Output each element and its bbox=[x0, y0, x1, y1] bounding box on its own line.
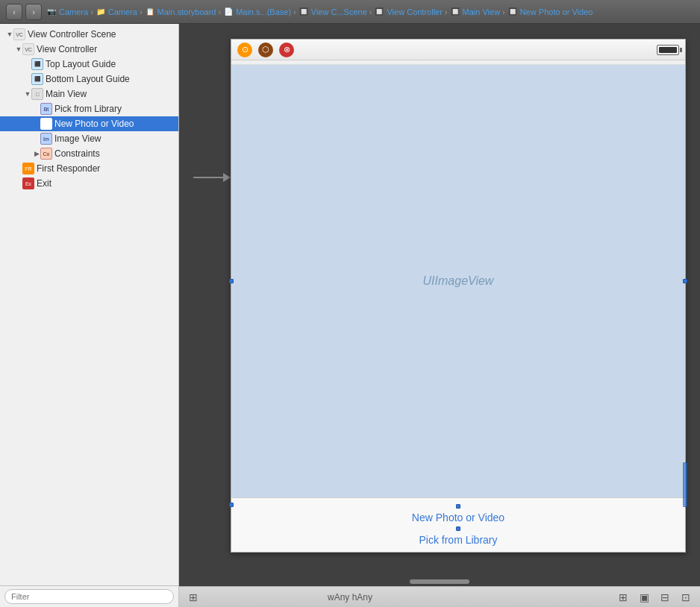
entry-arrow bbox=[193, 173, 231, 182]
toolbar-nav: ‹ › bbox=[6, 4, 42, 20]
triangle-main-view bbox=[24, 90, 31, 98]
image-view-label: Image View bbox=[54, 133, 101, 144]
handle-left[interactable] bbox=[229, 279, 234, 283]
handle-mid-center[interactable] bbox=[456, 526, 460, 531]
camera-folder-icon: 📷 bbox=[46, 7, 57, 17]
breadcrumb-vc[interactable]: 🔲 View Controller bbox=[374, 7, 442, 17]
vc-frame: ⊙ ⬡ ⊗ UIImageView bbox=[231, 39, 686, 553]
triangle-vc bbox=[15, 45, 22, 53]
tree-item-constraints[interactable]: Co Constraints bbox=[0, 146, 178, 161]
tree-item-exit[interactable]: Ex Exit bbox=[0, 176, 178, 191]
handle-right[interactable] bbox=[683, 279, 687, 283]
horizontal-scrollbar-thumb[interactable] bbox=[410, 579, 469, 584]
pick-library-button-label[interactable]: Pick from Library bbox=[419, 534, 497, 546]
status-bar: ⊞ wAny hAny ⊞ ▣ ⊟ ⊡ bbox=[179, 586, 700, 607]
vc-title-bar: ⊙ ⬡ ⊗ bbox=[231, 40, 685, 60]
vc-icon-orange[interactable]: ⊙ bbox=[237, 43, 252, 57]
breadcrumb-storyboard[interactable]: 📋 Main.storyboard bbox=[145, 7, 216, 17]
handle-top-center[interactable] bbox=[456, 504, 460, 509]
exit-label: Exit bbox=[37, 178, 51, 189]
scene-tree: VC View Controller Scene VC View Control… bbox=[0, 24, 178, 585]
nav-back-button[interactable]: ‹ bbox=[6, 4, 22, 20]
tree-item-vc[interactable]: VC View Controller bbox=[0, 42, 178, 57]
status-right: ⊞ ▣ ⊟ ⊡ bbox=[615, 589, 694, 606]
tree-item-main-view[interactable]: □ Main View bbox=[0, 87, 178, 101]
tree-item-new-photo[interactable]: Bt New Photo or Video bbox=[0, 116, 178, 131]
canvas-scroll[interactable]: ⊙ ⬡ ⊗ UIImageView bbox=[179, 24, 700, 577]
bottom-layout-label: Bottom Layout Guide bbox=[46, 74, 130, 84]
triangle-vc-scene bbox=[6, 31, 13, 38]
breadcrumb-vc-scene[interactable]: 🔲 View C...Scene bbox=[299, 7, 367, 17]
first-responder-label: First Responder bbox=[37, 163, 100, 174]
vc-icon-brown[interactable]: ⬡ bbox=[258, 43, 273, 57]
constraints-label: Constraints bbox=[54, 148, 100, 159]
tree-item-first-responder[interactable]: FR First Responder bbox=[0, 161, 178, 176]
vc-main-content: UIImageView bbox=[231, 65, 685, 497]
pick-library-label: Pick from Library bbox=[54, 104, 122, 114]
scene-icon: 🔲 bbox=[299, 7, 309, 17]
nav-forward-button[interactable]: › bbox=[25, 4, 42, 20]
breadcrumb-base[interactable]: 📄 Main.s...(Base) bbox=[223, 7, 291, 17]
vc-bottom-bar: New Photo or Video Pick from Library bbox=[231, 497, 685, 552]
vc-title-icons: ⊙ ⬡ ⊗ bbox=[237, 43, 294, 57]
scene-icon: VC bbox=[13, 28, 25, 40]
file-icon: 📄 bbox=[223, 7, 234, 17]
filter-input[interactable] bbox=[4, 589, 174, 604]
bottom-layout-icon: ⬛ bbox=[31, 73, 43, 85]
handle-right-side[interactable] bbox=[683, 462, 687, 507]
exit-icon: Ex bbox=[22, 177, 34, 189]
first-responder-icon: FR bbox=[22, 163, 34, 174]
status-left: ⊞ bbox=[185, 589, 201, 606]
canvas-area: ⊙ ⬡ ⊗ UIImageView bbox=[179, 24, 700, 607]
tree-item-image-view[interactable]: Im Image View bbox=[0, 131, 178, 146]
breadcrumb: 📷 Camera › 📁 Camera › 📋 Main.storyboard … bbox=[46, 7, 694, 17]
size-label: wAny hAny bbox=[328, 592, 372, 603]
sidebar: VC View Controller Scene VC View Control… bbox=[0, 24, 179, 607]
tree-item-top-layout[interactable]: ⬛ Top Layout Guide bbox=[0, 57, 178, 72]
triangle-constraints bbox=[33, 150, 40, 157]
canvas-scrollbar-area bbox=[179, 577, 700, 586]
top-layout-label: Top Layout Guide bbox=[46, 59, 116, 69]
arrow-line bbox=[193, 177, 223, 178]
new-photo-icon: Bt bbox=[40, 118, 52, 130]
button-icon: 🔲 bbox=[507, 7, 518, 17]
main-toolbar: ‹ › 📷 Camera › 📁 Camera › 📋 Main.storybo… bbox=[0, 0, 700, 24]
sidebar-search-area bbox=[0, 585, 178, 607]
main-view-label: Main View bbox=[46, 89, 87, 99]
battery-fill bbox=[659, 47, 677, 53]
arrow-head bbox=[223, 173, 231, 182]
new-photo-button-label[interactable]: New Photo or Video bbox=[412, 512, 504, 523]
vc-scene-label: View Controller Scene bbox=[28, 29, 116, 40]
vc-icon-red[interactable]: ⊗ bbox=[279, 43, 294, 57]
uiimageview-label: UIImageView bbox=[423, 274, 494, 288]
main-view-icon: □ bbox=[31, 88, 43, 100]
handle-left-bottom[interactable] bbox=[229, 503, 234, 507]
image-view-icon: Im bbox=[40, 133, 52, 145]
breadcrumb-main-view[interactable]: 🔲 Main View bbox=[450, 7, 501, 17]
layout-icon: ⬛ bbox=[31, 58, 43, 70]
pick-library-icon: Bt bbox=[40, 103, 52, 115]
vc-tree-icon: VC bbox=[22, 43, 34, 55]
storyboard-icon: 📋 bbox=[145, 7, 155, 17]
battery-indicator bbox=[657, 45, 679, 55]
tree-item-pick-library[interactable]: Bt Pick from Library bbox=[0, 101, 178, 116]
status-icon-2[interactable]: ▣ bbox=[636, 589, 652, 606]
constraints-icon: Co bbox=[40, 148, 52, 160]
vc-label: View Controller bbox=[37, 44, 97, 54]
breadcrumb-camera2[interactable]: 📁 Camera bbox=[96, 7, 137, 17]
mainview-icon: 🔲 bbox=[450, 7, 460, 17]
breadcrumb-camera1[interactable]: 📷 Camera bbox=[46, 7, 88, 17]
storyboard-canvas: ⊙ ⬡ ⊗ UIImageView bbox=[193, 39, 686, 553]
tree-item-bottom-layout[interactable]: ⬛ Bottom Layout Guide bbox=[0, 72, 178, 87]
new-photo-label: New Photo or Video bbox=[54, 119, 134, 129]
status-icon-3[interactable]: ⊟ bbox=[657, 589, 673, 606]
breadcrumb-new-photo[interactable]: 🔲 New Photo or Video bbox=[507, 7, 593, 17]
folder-icon: 📁 bbox=[96, 7, 106, 17]
tree-item-vc-scene[interactable]: VC View Controller Scene bbox=[0, 27, 178, 42]
main-area: VC View Controller Scene VC View Control… bbox=[0, 24, 700, 607]
status-icon-1[interactable]: ⊞ bbox=[615, 589, 631, 606]
vc-icon: 🔲 bbox=[374, 7, 384, 17]
status-icon-4[interactable]: ⊡ bbox=[678, 589, 694, 606]
storyboard-toggle-button[interactable]: ⊞ bbox=[185, 589, 201, 606]
